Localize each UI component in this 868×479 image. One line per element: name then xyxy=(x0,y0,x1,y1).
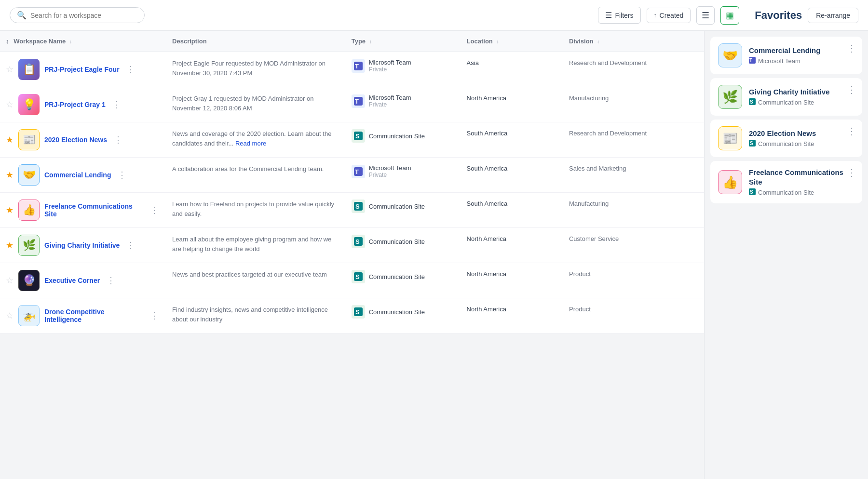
star-icon[interactable]: ★ xyxy=(6,205,14,215)
type-cell: S Communication Site xyxy=(352,270,455,283)
fav-card-menu-button[interactable]: ⋮ xyxy=(847,125,856,137)
division-value: Research and Development xyxy=(569,130,647,137)
fav-card-menu-button[interactable]: ⋮ xyxy=(847,167,856,178)
fav-type-icon: S xyxy=(749,140,756,148)
favorites-card[interactable]: 📰 2020 Election News S Communication Sit… xyxy=(710,120,862,157)
type-cell: S Communication Site xyxy=(352,200,455,213)
fav-card-info: Freelance Communications Site S Communic… xyxy=(749,168,854,197)
location-value: Asia xyxy=(467,59,479,67)
workspace-description: Learn how to Freeland on projects to pro… xyxy=(172,200,334,217)
workspace-name[interactable]: Commercial Lending xyxy=(44,171,111,179)
workspace-icon: 📋 xyxy=(18,59,40,80)
row-menu-button[interactable]: ⋮ xyxy=(124,63,137,76)
workspace-icon: 👍 xyxy=(18,200,40,221)
workspace-name[interactable]: Giving Charity Initiative xyxy=(44,241,120,249)
svg-text:S: S xyxy=(355,308,360,316)
type-cell: T Microsoft Team Private xyxy=(352,164,455,178)
fav-type-icon: S xyxy=(749,188,756,197)
sharepoint-icon: S xyxy=(352,235,365,248)
workspace-name[interactable]: Drone Competitive Intelligence xyxy=(44,308,143,323)
workspace-icon: 🌿 xyxy=(18,235,40,256)
location-value: South America xyxy=(467,130,508,137)
fav-type-label: Microsoft Team xyxy=(758,57,800,65)
fav-card-name: Commercial Lending xyxy=(749,46,854,55)
workspace-name[interactable]: PRJ-Project Gray 1 xyxy=(44,101,106,108)
filter-icon: ☰ xyxy=(605,11,612,20)
fav-card-type: T Microsoft Team xyxy=(749,57,854,65)
division-value: Product xyxy=(569,306,591,313)
col-header-type[interactable]: Type ↕ xyxy=(346,31,461,52)
star-icon[interactable]: ☆ xyxy=(6,310,14,321)
row-menu-button[interactable]: ⋮ xyxy=(148,204,161,216)
location-value: North America xyxy=(467,270,506,278)
star-icon[interactable]: ★ xyxy=(6,170,14,180)
table-row: ★ 👍 Freelance Communications Site ⋮ Lear… xyxy=(0,193,704,228)
list-view-button[interactable]: ☰ xyxy=(696,6,715,25)
row-menu-button[interactable]: ⋮ xyxy=(105,274,117,287)
workspace-name[interactable]: Freelance Communications Site xyxy=(44,202,143,218)
col-header-location[interactable]: Location ↕ xyxy=(461,31,563,52)
favorites-card[interactable]: 🌿 Giving Charity Initiative S Communicat… xyxy=(710,78,862,116)
workspace-name-cell: ★ 📰 2020 Election News ⋮ xyxy=(6,129,161,150)
teams-icon: T xyxy=(352,165,365,178)
workspace-description: Project Eagle Four requested by MOD Admi… xyxy=(172,60,326,77)
star-icon[interactable]: ★ xyxy=(6,134,14,145)
workspace-name[interactable]: 2020 Election News xyxy=(44,136,107,144)
fav-card-icon: 📰 xyxy=(718,126,742,150)
fav-card-type: S Communication Site xyxy=(749,140,854,148)
fav-type-label: Communication Site xyxy=(758,99,814,106)
workspace-icon: 🚁 xyxy=(18,305,40,326)
row-menu-button[interactable]: ⋮ xyxy=(148,309,161,322)
search-input[interactable] xyxy=(30,12,137,19)
row-menu-button[interactable]: ⋮ xyxy=(112,133,124,146)
col-name-label: Workspace Name xyxy=(14,38,66,45)
location-value: North America xyxy=(467,235,506,242)
fav-card-menu-button[interactable]: ⋮ xyxy=(847,84,856,95)
star-icon[interactable]: ☆ xyxy=(6,275,14,286)
type-cell: S Communication Site xyxy=(352,129,455,143)
row-menu-button[interactable]: ⋮ xyxy=(124,239,137,252)
favorites-card[interactable]: 👍 Freelance Communications Site S Commun… xyxy=(710,161,862,203)
division-value: Product xyxy=(569,270,591,278)
type-name: Communication Site xyxy=(369,133,425,140)
star-icon[interactable]: ☆ xyxy=(6,99,14,110)
fav-card-menu-button[interactable]: ⋮ xyxy=(847,42,856,54)
fav-type-label: Communication Site xyxy=(758,189,814,196)
row-menu-button[interactable]: ⋮ xyxy=(110,98,123,111)
svg-text:S: S xyxy=(355,203,360,210)
col-header-division[interactable]: Division ↕ xyxy=(563,31,704,52)
filters-button[interactable]: ☰ Filters xyxy=(598,7,640,24)
favorites-card[interactable]: 🤝 Commercial Lending T Microsoft Team ⋮ xyxy=(710,37,862,74)
fav-card-info: 2020 Election News S Communication Site xyxy=(749,129,854,148)
table-row: ☆ 📋 PRJ-Project Eagle Four ⋮ Project Eag… xyxy=(0,52,704,87)
workspace-name[interactable]: Executive Corner xyxy=(44,277,100,284)
search-box[interactable]: 🔍 xyxy=(10,7,145,23)
rearrange-button[interactable]: Re-arrange xyxy=(808,8,858,23)
table-row: ☆ 🚁 Drone Competitive Intelligence ⋮ Fin… xyxy=(0,298,704,333)
workspace-name-cell: ☆ 💡 PRJ-Project Gray 1 ⋮ xyxy=(6,94,161,115)
type-name: Communication Site xyxy=(369,308,425,316)
svg-text:S: S xyxy=(750,99,753,105)
workspace-name[interactable]: PRJ-Project Eagle Four xyxy=(44,66,120,73)
grid-view-button[interactable]: ▦ xyxy=(720,6,739,25)
division-value: Manufacturing xyxy=(569,200,609,207)
type-sub: Private xyxy=(369,172,411,178)
row-menu-button[interactable]: ⋮ xyxy=(116,169,128,181)
read-more-link[interactable]: Read more xyxy=(235,140,266,147)
fav-type-icon: S xyxy=(749,98,756,106)
fav-card-name: Giving Charity Initiative xyxy=(749,87,854,97)
col-location-sort: ↕ xyxy=(496,39,499,44)
fav-card-type: S Communication Site xyxy=(749,98,854,106)
workspace-icon: 🔮 xyxy=(18,270,40,291)
type-name: Microsoft Team xyxy=(369,94,411,101)
workspace-name-cell: ☆ 📋 PRJ-Project Eagle Four ⋮ xyxy=(6,59,161,80)
list-icon: ☰ xyxy=(702,10,709,21)
favorites-title: Favorites xyxy=(755,9,802,22)
col-header-name[interactable]: ↕ Workspace Name ↓ xyxy=(0,31,166,52)
created-button[interactable]: ↑ Created xyxy=(647,8,691,23)
workspace-name-cell: ★ 🤝 Commercial Lending ⋮ xyxy=(6,164,161,186)
location-value: North America xyxy=(467,94,506,102)
fav-card-icon: 🌿 xyxy=(718,85,742,109)
star-icon[interactable]: ★ xyxy=(6,240,14,251)
star-icon[interactable]: ☆ xyxy=(6,64,14,75)
